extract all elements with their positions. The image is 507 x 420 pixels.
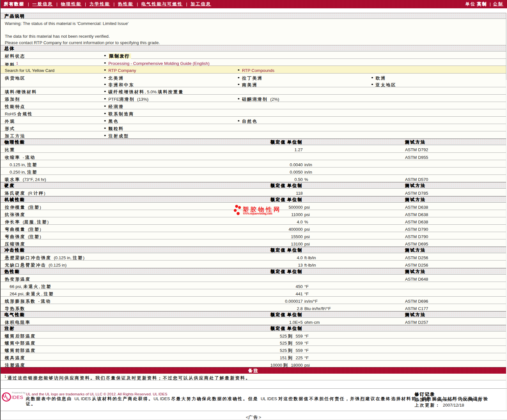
svg-text:L: L (6, 395, 10, 401)
